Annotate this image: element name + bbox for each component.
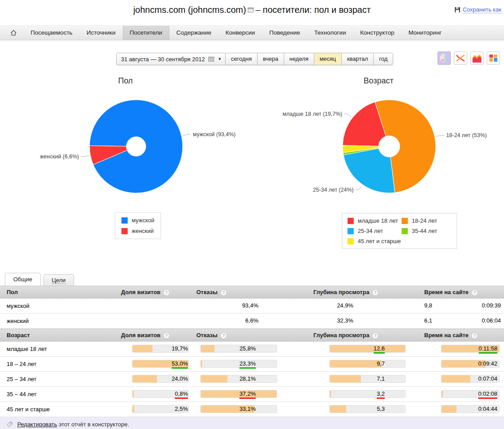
- column-header-1[interactable]: Отказы?: [196, 286, 227, 298]
- nav-item-8[interactable]: Мониторинг: [401, 26, 449, 40]
- help-icon[interactable]: ?: [163, 332, 170, 339]
- nav-item-4[interactable]: Конверсии: [219, 26, 262, 40]
- cell-value: 0:09:39: [482, 302, 501, 309]
- caret-down-icon: ▼: [218, 57, 222, 61]
- date-range-label: 31 августа — 30 сентября 2012: [121, 56, 205, 63]
- nav-item-3[interactable]: Содержание: [169, 26, 219, 40]
- column-header-2[interactable]: Глубина просмотра?: [313, 286, 379, 298]
- pie-label-line: [344, 114, 352, 117]
- column-header-dimension[interactable]: Возраст: [7, 329, 30, 341]
- cell-value: 19,7%: [172, 345, 188, 352]
- nav-item-0[interactable]: Посещаемость: [23, 26, 79, 40]
- legend-label: 45 лет и старше: [358, 238, 401, 244]
- help-icon[interactable]: ?: [163, 289, 170, 296]
- nav-item-5[interactable]: Поведение: [262, 26, 307, 40]
- area-chart-button[interactable]: [470, 51, 484, 65]
- row-label: 45 лет и старше: [7, 402, 50, 417]
- legend-item-2[interactable]: 25-34 лет: [348, 228, 402, 234]
- period-button-0[interactable]: сегодня: [225, 53, 258, 65]
- legend-item-1[interactable]: женский: [121, 228, 154, 234]
- help-icon[interactable]: ?: [471, 289, 478, 296]
- legend-label: мужской: [132, 217, 154, 224]
- nav-item-6[interactable]: Технологии: [307, 26, 353, 40]
- line-chart-button[interactable]: [454, 51, 467, 65]
- cell-value: 6,1: [424, 317, 432, 324]
- tab-goals[interactable]: Цели: [43, 274, 74, 286]
- tab-general[interactable]: Общие: [5, 273, 41, 286]
- period-button-4[interactable]: квартал: [341, 53, 374, 65]
- page: johncms.com (johncms.com)– посетители: п…: [0, 0, 504, 429]
- metric-bar-fill: [330, 390, 331, 398]
- pie-chart-age: младше 18 лет (19,7%)18-24 лет (53%)25-3…: [248, 71, 504, 213]
- row-label: мужской: [7, 299, 29, 313]
- column-header-3[interactable]: Время на сайте?: [424, 286, 478, 298]
- nav-item-1[interactable]: Источники: [79, 26, 122, 40]
- cell-value: 9,7: [377, 360, 385, 367]
- metric-bar: [329, 345, 406, 353]
- table-row: 18 – 24 лет53,0%23,3%9,70:09:42: [0, 357, 504, 372]
- period-button-1[interactable]: вчера: [257, 53, 284, 65]
- metric-bar-fill: [201, 360, 202, 367]
- save-as-label: Сохранить как: [463, 6, 501, 13]
- pie-label: мужской (93,4%): [193, 131, 236, 138]
- legend-label: женский: [132, 228, 154, 234]
- pie-chart-button[interactable]: [438, 51, 451, 65]
- legend-age: младше 18 лет18-24 лет25-34 лет35-44 лет…: [342, 213, 457, 249]
- report-table-body: ПолДоля визитов?Отказы?Глубина просмотра…: [0, 286, 504, 417]
- cell-value: 7,1: [377, 375, 385, 382]
- report-footer: Редактировать этот отчёт в конструкторе.: [0, 417, 504, 429]
- cell-value: 0:11:58: [479, 345, 497, 354]
- metric-bar: [329, 390, 406, 398]
- column-header-0[interactable]: Доля визитов?: [121, 329, 170, 341]
- pie-label: младше 18 лет (19,7%): [282, 111, 342, 117]
- help-icon[interactable]: ?: [372, 332, 379, 339]
- nav-item-2[interactable]: Посетители: [123, 26, 169, 40]
- metric-bar-fill: [133, 375, 157, 382]
- column-header-2[interactable]: Глубина просмотра?: [313, 329, 379, 341]
- row-label: 25 – 34 лет: [7, 372, 36, 386]
- legend-item-3[interactable]: 35-44 лет: [402, 228, 451, 234]
- legend-gender: мужскойженский: [115, 212, 161, 239]
- tab-label: Общие: [13, 276, 32, 283]
- legend-swatch: [348, 218, 354, 224]
- page-title: johncms.com (johncms.com)– посетители: п…: [0, 4, 504, 15]
- legend-swatch: [402, 218, 408, 224]
- legend-swatch: [348, 238, 354, 244]
- legend-item-0[interactable]: младше 18 лет: [348, 217, 402, 224]
- pie-label-line: [436, 135, 445, 136]
- help-icon[interactable]: ?: [471, 332, 478, 339]
- help-icon[interactable]: ?: [220, 332, 227, 339]
- date-range-button[interactable]: 31 августа — 30 сентября 2012 ▼: [116, 53, 227, 65]
- column-header-3[interactable]: Время на сайте?: [424, 329, 478, 341]
- legend-swatch: [121, 217, 128, 224]
- period-button-3[interactable]: месяц: [314, 53, 342, 65]
- legend-item-0[interactable]: мужской: [121, 217, 154, 224]
- browser-window-icon: [248, 8, 254, 12]
- metric-bar-fill: [201, 390, 277, 398]
- pie-label: 25-34 лет (24%): [313, 187, 354, 193]
- legend-item-1[interactable]: 18-24 лет: [402, 217, 451, 224]
- period-switcher: сегоднявчеранеделямесяцкварталгод: [225, 53, 393, 65]
- nav-item-7[interactable]: Конструктор: [353, 26, 401, 40]
- legend-item-4[interactable]: 45 лет и старше: [348, 238, 402, 244]
- metric-bar: [329, 405, 406, 413]
- period-button-5[interactable]: год: [373, 53, 393, 65]
- edit-report-link[interactable]: Редактировать: [17, 421, 57, 428]
- metric-bar-fill: [133, 345, 152, 352]
- legend-swatch: [348, 228, 354, 234]
- help-icon[interactable]: ?: [372, 289, 379, 296]
- home-button[interactable]: [4, 26, 23, 40]
- open-site-icon[interactable]: [248, 4, 254, 15]
- period-button-2[interactable]: неделя: [284, 53, 314, 65]
- metric-bar-fill: [330, 375, 361, 382]
- column-header-1[interactable]: Отказы?: [196, 329, 227, 341]
- column-header-0[interactable]: Доля визитов?: [121, 286, 170, 298]
- save-as-link[interactable]: Сохранить как: [454, 6, 501, 13]
- metric-bar: [200, 345, 277, 353]
- cell-value: 0:06:04: [482, 317, 501, 324]
- stacked-bar-chart-button[interactable]: [487, 51, 500, 65]
- help-icon[interactable]: ?: [220, 289, 227, 296]
- cell-value: 24,0%: [172, 375, 188, 382]
- legend-swatch: [121, 228, 128, 234]
- column-header-dimension[interactable]: Пол: [7, 286, 18, 298]
